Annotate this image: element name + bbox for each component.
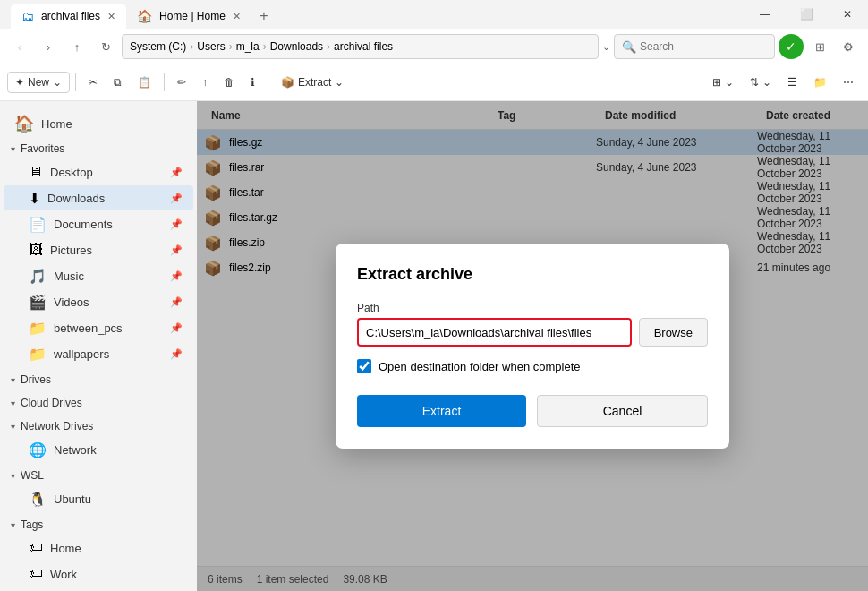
cut-icon: ✂ xyxy=(89,76,98,89)
tab-archival-files[interactable]: 🗂 archival files ✕ xyxy=(11,4,126,29)
extract-label: Extract xyxy=(298,76,331,89)
extract-button[interactable]: 📦 Extract ⌄ xyxy=(274,73,351,92)
folder-options-button[interactable]: 📁 xyxy=(806,73,834,92)
between-pin-icon: 📌 xyxy=(170,322,183,334)
minimize-button[interactable]: — xyxy=(745,0,786,29)
header-icons: ✓ ⊞ ⚙ xyxy=(779,34,861,59)
sidebar-item-network[interactable]: 🌐 Network xyxy=(4,437,193,462)
view-chevron-icon: ⌄ xyxy=(725,76,734,89)
tags-chevron-icon: ▾ xyxy=(11,520,15,530)
sidebar-item-downloads[interactable]: ⬇ Downloads 📌 xyxy=(4,185,193,210)
share-icon: ↑ xyxy=(202,76,208,89)
tab-home[interactable]: 🏠 Home | Home ✕ xyxy=(126,4,251,29)
up-button[interactable]: ↑ xyxy=(64,34,89,59)
folder-options-icon: 📁 xyxy=(813,76,827,89)
breadcrumb-downloads[interactable]: Downloads xyxy=(270,40,323,53)
tags-label: Tags xyxy=(21,518,43,531)
sidebar-item-documents[interactable]: 📄 Documents 📌 xyxy=(4,211,193,236)
search-box[interactable]: 🔍 xyxy=(614,34,775,59)
tags-header[interactable]: ▾ Tags xyxy=(0,515,197,535)
layout-icon: ☰ xyxy=(787,76,797,89)
cloud-header[interactable]: ▾ Cloud Drives xyxy=(0,393,197,413)
favorites-chevron-icon: ▾ xyxy=(11,144,15,154)
more-button[interactable]: ⋯ xyxy=(836,73,861,92)
paste-icon: 📋 xyxy=(138,76,151,89)
extract-icon: 📦 xyxy=(281,76,294,89)
path-browse-row: Browse xyxy=(357,318,708,347)
open-folder-checkbox[interactable] xyxy=(357,359,371,373)
sidebar-item-wallpapers[interactable]: 📁 wallpapers 📌 xyxy=(4,341,193,366)
rename-button[interactable]: ✏ xyxy=(170,73,193,92)
search-input[interactable] xyxy=(640,40,747,53)
cancel-button[interactable]: Cancel xyxy=(537,395,708,427)
breadcrumb-archival[interactable]: archival files xyxy=(334,40,393,53)
network-icon: 🌐 xyxy=(29,441,47,458)
new-button[interactable]: ✦ New ⌄ xyxy=(7,72,70,93)
breadcrumb-mla[interactable]: m_la xyxy=(236,40,260,53)
sidebar-item-tag-work[interactable]: 🏷 Work xyxy=(4,561,193,587)
documents-icon: 📄 xyxy=(29,216,47,233)
sidebar-item-pictures[interactable]: 🖼 Pictures 📌 xyxy=(4,237,193,262)
address-bar[interactable]: System (C:) › Users › m_la › Downloads ›… xyxy=(122,34,599,59)
delete-button[interactable]: 🗑 xyxy=(217,73,242,92)
layout-button[interactable]: ☰ xyxy=(780,73,804,92)
extract-button[interactable]: Extract xyxy=(357,395,526,427)
toolbar-separator-2 xyxy=(164,73,165,91)
favorites-header[interactable]: ▾ Favorites xyxy=(0,139,197,158)
extract-dialog: Extract archive Path Browse Open destina… xyxy=(336,244,729,449)
forward-button[interactable]: › xyxy=(36,34,61,59)
wsl-label: WSL xyxy=(21,469,44,482)
sidebar-item-desktop[interactable]: 🖥 Desktop 📌 xyxy=(4,159,193,184)
downloads-pin-icon: 📌 xyxy=(170,193,183,204)
sidebar-item-tag-home[interactable]: 🏷 Home xyxy=(4,535,193,561)
dialog-overlay: Extract archive Path Browse Open destina… xyxy=(197,101,868,591)
wallpapers-pin-icon: 📌 xyxy=(170,348,183,360)
sidebar-item-ubuntu[interactable]: 🐧 Ubuntu xyxy=(4,486,193,511)
apps-icon[interactable]: ⊞ xyxy=(807,34,832,59)
toolbar: ✦ New ⌄ ✂ ⧉ 📋 ✏ ↑ 🗑 ℹ 📦 Extract ⌄ ⊞⌄ ⇅⌄ … xyxy=(0,64,868,100)
wsl-header[interactable]: ▾ WSL xyxy=(0,466,197,485)
share-button[interactable]: ↑ xyxy=(195,73,215,92)
tab2-label: Home | Home xyxy=(159,10,226,22)
dialog-title: Extract archive xyxy=(357,265,708,284)
sidebar-item-home[interactable]: 🏠 Home xyxy=(4,109,193,138)
tab-close-button[interactable]: ✕ xyxy=(107,11,115,22)
wsl-section: ▾ WSL 🐧 Ubuntu xyxy=(0,466,197,511)
new-tab-button[interactable]: + xyxy=(251,4,277,29)
breadcrumb-system[interactable]: System (C:) xyxy=(130,40,186,53)
sidebar-item-between[interactable]: 📁 between_pcs 📌 xyxy=(4,315,193,340)
breadcrumb-users[interactable]: Users xyxy=(197,40,225,53)
paste-button[interactable]: 📋 xyxy=(131,73,158,92)
profile-icon[interactable]: ✓ xyxy=(779,34,804,59)
window-controls: — ⬜ ✕ xyxy=(745,0,868,29)
browse-button[interactable]: Browse xyxy=(639,318,708,347)
sidebar-item-music[interactable]: 🎵 Music 📌 xyxy=(4,263,193,288)
sort-button[interactable]: ⇅⌄ xyxy=(743,73,779,92)
sort-icon: ⇅ xyxy=(750,76,759,89)
settings-icon[interactable]: ⚙ xyxy=(836,34,861,59)
expand-button[interactable]: ⌄ xyxy=(602,41,610,53)
network-header[interactable]: ▾ Network Drives xyxy=(0,416,197,436)
cut-button[interactable]: ✂ xyxy=(81,73,105,92)
back-button[interactable]: ‹ xyxy=(7,34,32,59)
docs-pin-icon: 📌 xyxy=(170,218,183,230)
properties-button[interactable]: ℹ xyxy=(243,73,262,92)
checkbox-row: Open destination folder when complete xyxy=(357,359,708,373)
maximize-button[interactable]: ⬜ xyxy=(786,0,827,29)
sidebar-item-videos[interactable]: 🎬 Videos 📌 xyxy=(4,289,193,314)
tab2-close-button[interactable]: ✕ xyxy=(233,11,241,22)
downloads-icon: ⬇ xyxy=(29,190,40,207)
copy-button[interactable]: ⧉ xyxy=(106,73,129,92)
refresh-button[interactable]: ↻ xyxy=(93,34,118,59)
path-input[interactable] xyxy=(357,318,632,347)
view-controls: ⊞⌄ ⇅⌄ ☰ 📁 ⋯ xyxy=(705,73,861,92)
close-button[interactable]: ✕ xyxy=(827,0,868,29)
more-icon: ⋯ xyxy=(843,76,854,89)
tag-work-icon: 🏷 xyxy=(29,566,43,582)
videos-icon: 🎬 xyxy=(29,294,47,311)
drives-header[interactable]: ▾ Drives xyxy=(0,370,197,390)
network-chevron-icon: ▾ xyxy=(11,422,15,432)
new-chevron-icon: ⌄ xyxy=(53,76,62,89)
dialog-path-field: Path Browse xyxy=(357,302,708,347)
view-button[interactable]: ⊞⌄ xyxy=(705,73,741,92)
